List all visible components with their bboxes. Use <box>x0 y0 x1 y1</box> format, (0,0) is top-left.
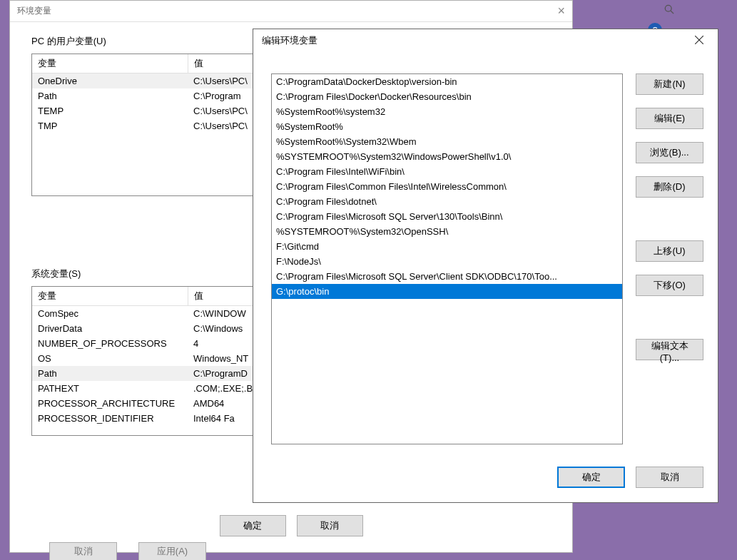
edit-env-var-dialog: 编辑环境变量 C:\ProgramData\DockerDesktop\vers… <box>253 29 718 503</box>
list-item[interactable]: C:\Program Files\Microsoft SQL Server\Cl… <box>272 269 622 284</box>
dialog-titlebar: 环境变量 × <box>10 1 572 22</box>
var-name: Path <box>32 88 188 103</box>
fg-dialog-buttons: 确定 取消 <box>557 467 703 488</box>
cancel-button[interactable]: 取消 <box>636 467 703 488</box>
var-name: Path <box>32 366 188 381</box>
edittext-button[interactable]: 编辑文本(T)... <box>636 339 703 360</box>
browse-button[interactable]: 浏览(B)... <box>636 142 703 163</box>
cancel-button[interactable]: 取消 <box>297 515 363 536</box>
var-name: PATHEXT <box>32 381 188 396</box>
bg-dialog-buttons: 确定 取消 <box>10 515 572 536</box>
list-item[interactable]: F:\NodeJs\ <box>272 254 622 269</box>
var-name: DriverData <box>32 321 188 336</box>
var-name: ComSpec <box>32 306 188 322</box>
movedown-button[interactable]: 下移(O) <box>636 275 703 296</box>
col-header-var[interactable]: 变量 <box>32 54 188 73</box>
new-button[interactable]: 新建(N) <box>636 73 703 95</box>
search-area <box>589 1 681 20</box>
col-header-var[interactable]: 变量 <box>32 287 188 306</box>
cut-apply-button[interactable]: 应用(A) <box>138 542 206 560</box>
fg-dialog-title: 编辑环境变量 <box>262 34 317 47</box>
close-icon[interactable]: × <box>557 4 565 19</box>
close-icon[interactable] <box>689 31 709 50</box>
list-item[interactable]: G:\protoc\bin <box>272 284 622 299</box>
edit-button[interactable]: 编辑(E) <box>636 108 703 129</box>
ok-button[interactable]: 确定 <box>557 467 625 488</box>
list-item[interactable]: C:\Program Files\Docker\Docker\Resources… <box>272 89 622 104</box>
svg-line-1 <box>671 11 674 14</box>
svg-point-0 <box>665 5 671 11</box>
list-item[interactable]: %SystemRoot% <box>272 119 622 134</box>
path-list[interactable]: C:\ProgramData\DockerDesktop\version-bin… <box>271 73 623 444</box>
var-name: NUMBER_OF_PROCESSORS <box>32 336 188 351</box>
list-item[interactable]: C:\Program Files\Common Files\Intel\Wire… <box>272 179 622 194</box>
list-item[interactable]: %SystemRoot%\System32\Wbem <box>272 134 622 149</box>
var-name: OneDrive <box>32 73 188 89</box>
list-item[interactable]: %SYSTEMROOT%\System32\WindowsPowerShell\… <box>272 149 622 164</box>
search-icon[interactable] <box>664 4 674 16</box>
list-item[interactable]: %SystemRoot%\system32 <box>272 104 622 119</box>
var-name: TEMP <box>32 103 188 118</box>
delete-button[interactable]: 删除(D) <box>636 176 703 198</box>
list-item[interactable]: C:\Program Files\dotnet\ <box>272 194 622 209</box>
cut-buttons: 取消 应用(A) <box>49 542 206 560</box>
fg-titlebar: 编辑环境变量 <box>253 29 718 52</box>
list-item[interactable]: C:\Program Files\Intel\WiFi\bin\ <box>272 164 622 179</box>
var-name: OS <box>32 351 188 366</box>
list-item[interactable]: F:\Git\cmd <box>272 239 622 254</box>
var-name: PROCESSOR_ARCHITECTURE <box>32 396 188 411</box>
button-column: 新建(N) 编辑(E) 浏览(B)... 删除(D) 上移(U) 下移(O) 编… <box>636 73 703 444</box>
moveup-button[interactable]: 上移(U) <box>636 240 703 262</box>
cut-cancel-button[interactable]: 取消 <box>49 542 117 560</box>
list-item[interactable]: C:\Program Files\Microsoft SQL Server\13… <box>272 209 622 224</box>
list-item[interactable]: C:\ProgramData\DockerDesktop\version-bin <box>272 74 622 89</box>
list-item[interactable]: %SYSTEMROOT%\System32\OpenSSH\ <box>272 224 622 239</box>
var-name: TMP <box>32 118 188 133</box>
dialog-title: 环境变量 <box>17 5 51 17</box>
ok-button[interactable]: 确定 <box>220 515 286 536</box>
var-name: PROCESSOR_IDENTIFIER <box>32 411 188 426</box>
